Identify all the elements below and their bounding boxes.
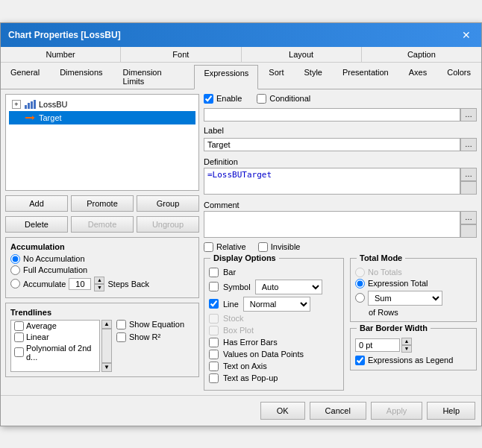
spin-up[interactable]: ▲ [94,277,104,284]
label-input[interactable] [204,138,460,151]
conditional-checkbox-row[interactable]: Conditional [257,94,310,104]
error-bars-checkbox[interactable] [209,338,219,347]
box-plot-option-row[interactable]: Box Plot [209,326,339,335]
tab-expressions[interactable]: Expressions [194,65,258,89]
ungroup-button[interactable]: Ungroup [137,216,199,233]
trendlines-right: Show Equation Show R² [116,320,184,372]
bottom-tabs-row: General Dimensions Dimension Limits Expr… [1,63,481,89]
definition-textarea[interactable]: =LossBUTarget [204,168,460,195]
box-plot-checkbox[interactable] [209,326,219,335]
group-button[interactable]: Group [137,195,199,212]
tree-area[interactable]: + LossBU Target [5,94,199,191]
tab-sort[interactable]: Sort [259,64,293,89]
bar-border-input[interactable] [355,338,400,352]
box-plot-label: Box Plot [223,326,254,335]
symbol-option-row[interactable]: Symbol Auto [209,280,339,294]
error-bars-option-row[interactable]: Has Error Bars [209,338,339,347]
tab-style[interactable]: Style [295,64,332,89]
enable-checkbox[interactable] [204,94,213,104]
trendlines-content: Average Linear Polynomial of 2nd d... [10,320,194,372]
tab-caption[interactable]: Caption [362,47,481,62]
symbol-checkbox[interactable] [209,282,219,291]
relative-checkbox[interactable] [204,242,213,252]
tab-colors[interactable]: Colors [437,64,481,89]
ok-button[interactable]: OK [260,402,305,420]
bar-checkbox[interactable] [209,268,219,277]
comment-btn[interactable]: … [460,211,477,224]
radio-full-accum-label: Full Accumulation [23,265,87,274]
tab-dimensions[interactable]: Dimensions [50,64,112,89]
line-select[interactable]: Normal [243,297,310,312]
conditional-input-row: … [204,108,477,122]
stock-option-row[interactable]: Stock [209,314,339,324]
line-checkbox[interactable] [209,299,219,309]
scroll-down-btn[interactable]: ▼ [101,363,112,372]
radio-no-accumulation[interactable]: No Accumulation [10,254,194,264]
scroll-up-btn[interactable]: ▲ [101,320,112,329]
bar-border-down[interactable]: ▼ [401,345,412,353]
close-button[interactable]: ✕ [459,28,474,42]
sum-select[interactable]: Sum [368,291,442,306]
values-checkbox[interactable] [209,350,219,359]
comment-btn-2[interactable] [460,224,477,238]
relative-row[interactable]: Relative [204,242,246,252]
invisible-checkbox[interactable] [258,242,268,252]
text-on-axis-option-row[interactable]: Text on Axis [209,362,339,371]
left-panel: + LossBU Target [5,94,199,391]
trendline-linear[interactable]: Linear [11,332,99,343]
expand-icon[interactable]: + [12,100,21,109]
conditional-btn[interactable]: … [460,108,477,122]
definition-btn-top[interactable]: … [460,168,477,181]
expressions-legend-row[interactable]: Expressions as Legend [355,356,472,365]
cancel-button[interactable]: Cancel [310,402,366,420]
text-on-axis-checkbox[interactable] [209,362,219,371]
comment-textarea[interactable] [204,211,460,238]
steps-spinbox[interactable] [69,278,91,290]
line-option-row[interactable]: Line Normal [209,297,339,312]
bar-border-up[interactable]: ▲ [401,338,412,345]
radio-full-accumulation[interactable]: Full Accumulation [10,265,194,275]
spin-down[interactable]: ▼ [94,284,104,291]
trendline-average[interactable]: Average [11,321,99,332]
sum-radio[interactable] [355,293,365,303]
tab-number[interactable]: Number [1,47,121,62]
demote-button[interactable]: Demote [71,216,134,233]
add-button[interactable]: Add [5,195,68,212]
conditional-label: Conditional [269,94,310,103]
definition-input-wrapper: =LossBUTarget … [204,168,477,195]
show-equation-row[interactable]: Show Equation [116,320,184,329]
text-as-popup-checkbox[interactable] [209,373,219,383]
expression-total-radio[interactable] [355,279,365,288]
expressions-legend-checkbox[interactable] [355,356,365,365]
text-as-popup-option-row[interactable]: Text as Pop-up [209,373,339,383]
tab-axes[interactable]: Axes [399,64,436,89]
symbol-select[interactable]: Auto [255,280,322,294]
label-btn[interactable]: … [460,138,477,151]
show-r2-row[interactable]: Show R² [116,332,184,342]
apply-button[interactable]: Apply [371,402,423,420]
tab-general[interactable]: General [1,64,49,89]
conditional-checkbox[interactable] [257,94,266,104]
stock-label: Stock [223,314,244,323]
tab-font[interactable]: Font [121,47,241,62]
trendline-polynomial[interactable]: Polynomial of 2nd d... [11,343,99,362]
promote-button[interactable]: Promote [71,195,134,212]
enable-checkbox-row[interactable]: Enable [204,94,242,104]
trendlines-list[interactable]: Average Linear Polynomial of 2nd d... [10,320,100,372]
stock-checkbox[interactable] [209,314,219,324]
expression-total-row[interactable]: Expression Total [355,279,472,288]
no-totals-radio[interactable] [355,268,365,277]
tab-presentation[interactable]: Presentation [333,64,398,89]
tree-item-target[interactable]: Target [9,111,195,124]
values-on-data-option-row[interactable]: Values on Data Points [209,350,339,359]
definition-btn-bottom[interactable] [460,181,477,195]
invisible-row[interactable]: Invisible [258,242,301,252]
tree-item-lossBU[interactable]: + LossBU [9,98,195,111]
no-totals-row[interactable]: No Totals [355,268,472,277]
tab-dimension-limits[interactable]: Dimension Limits [113,64,194,89]
conditional-input[interactable] [204,108,460,122]
bar-option-row[interactable]: Bar [209,268,339,277]
delete-button[interactable]: Delete [5,216,68,233]
help-button[interactable]: Help [427,402,475,420]
tab-layout[interactable]: Layout [242,47,362,62]
